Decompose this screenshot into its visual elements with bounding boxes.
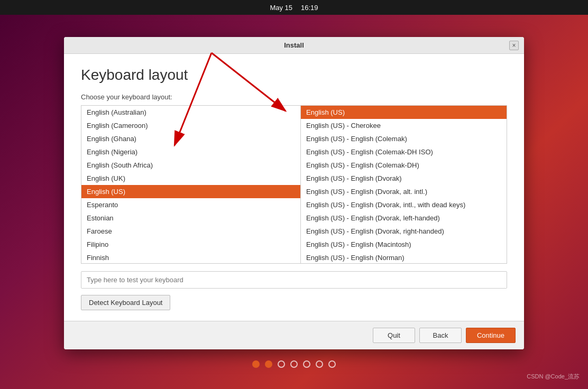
- list-item[interactable]: English (UK): [81, 172, 300, 185]
- list-item[interactable]: English (US): [81, 185, 300, 198]
- list-item[interactable]: English (US): [301, 106, 507, 119]
- progress-dot-1: [265, 360, 272, 368]
- taskbar: May 15 16:19: [0, 0, 588, 15]
- progress-dot-3: [290, 360, 298, 368]
- list-item[interactable]: English (US) - Cherokee: [301, 119, 507, 132]
- list-item[interactable]: English (US) - English (Dvorak, left-han…: [301, 211, 507, 225]
- language-list[interactable]: English (Australian)English (Cameroon)En…: [81, 106, 301, 263]
- list-item[interactable]: English (Australian): [81, 106, 300, 119]
- list-item[interactable]: English (US) - English (Colemak-DH): [301, 159, 507, 172]
- section-label: Choose your keyboard layout:: [81, 93, 507, 101]
- list-item[interactable]: English (US) - English (Macintosh): [301, 238, 507, 251]
- dialog-titlebar: Install ×: [64, 37, 524, 54]
- dialog-title: Install: [284, 41, 304, 49]
- list-item[interactable]: English (Ghana): [81, 132, 300, 145]
- progress-dot-6: [328, 360, 336, 368]
- list-item[interactable]: Estonian: [81, 211, 300, 225]
- back-button[interactable]: Back: [419, 328, 462, 343]
- list-item[interactable]: Esperanto: [81, 198, 300, 211]
- keyboard-test-input[interactable]: [81, 271, 507, 289]
- list-item[interactable]: English (South Africa): [81, 159, 300, 172]
- dialog-overlay: Install × Keyboard layout Choose your ke…: [0, 15, 588, 389]
- watermark: CSDN @Code_流苏: [527, 373, 580, 381]
- page-title: Keyboard layout: [81, 67, 507, 84]
- list-item[interactable]: Filipino: [81, 238, 300, 251]
- dialog-body: Keyboard layout Choose your keyboard lay…: [64, 54, 524, 321]
- progress-dot-4: [303, 360, 310, 368]
- list-item[interactable]: English (US) - English (Colemak-DH ISO): [301, 145, 507, 159]
- progress-dot-2: [278, 360, 285, 368]
- list-item[interactable]: English (US) - English (Dvorak): [301, 172, 507, 185]
- list-item[interactable]: English (US) - English (Colemak): [301, 132, 507, 145]
- dialog-footer: Quit Back Continue: [64, 321, 524, 349]
- taskbar-time: May 15 16:19: [270, 4, 318, 12]
- progress-dot-5: [316, 360, 323, 368]
- progress-dots: [252, 360, 336, 368]
- continue-button[interactable]: Continue: [466, 328, 516, 343]
- list-item[interactable]: English (Cameroon): [81, 119, 300, 132]
- list-item[interactable]: Finnish: [81, 251, 300, 263]
- list-item[interactable]: English (US) - English (Dvorak, right-ha…: [301, 225, 507, 238]
- list-item[interactable]: Faroese: [81, 225, 300, 238]
- install-dialog: Install × Keyboard layout Choose your ke…: [64, 37, 524, 349]
- list-item[interactable]: English (US) - English (Norman): [301, 251, 507, 263]
- progress-dot-0: [252, 360, 260, 368]
- taskbar-clock: 16:19: [301, 4, 318, 12]
- keyboard-layout-lists: English (Australian)English (Cameroon)En…: [81, 105, 507, 264]
- quit-button[interactable]: Quit: [373, 328, 415, 343]
- taskbar-date: May 15: [270, 4, 292, 12]
- list-item[interactable]: English (US) - English (Dvorak, intl., w…: [301, 198, 507, 211]
- list-item[interactable]: English (Nigeria): [81, 145, 300, 159]
- detect-keyboard-button[interactable]: Detect Keyboard Layout: [81, 295, 170, 310]
- list-item[interactable]: English (US) - English (Dvorak, alt. int…: [301, 185, 507, 198]
- variant-list[interactable]: English (US)English (US) - CherokeeEngli…: [301, 106, 507, 263]
- close-button[interactable]: ×: [509, 41, 519, 50]
